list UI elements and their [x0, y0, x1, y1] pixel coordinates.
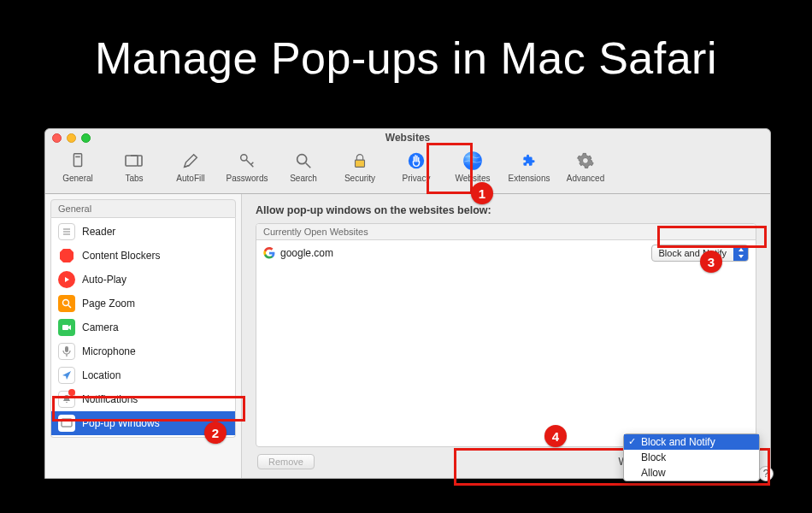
svg-marker-22 [738, 248, 744, 251]
svg-rect-2 [126, 156, 138, 166]
svg-rect-7 [356, 160, 365, 167]
camera-icon [58, 319, 75, 336]
sidebar-item-label: Reader [82, 226, 115, 238]
sidebar-list: Reader Content Blockers Auto-Play Page Z… [50, 218, 236, 438]
sidebar: General Reader Content Blockers Auto-Pla… [45, 194, 242, 478]
pencil-icon [179, 149, 203, 173]
svg-rect-0 [74, 154, 81, 167]
tab-tabs[interactable]: Tabs [110, 149, 158, 183]
sidebar-item-label: Microphone [82, 345, 136, 357]
sidebar-item-notifications[interactable]: Notifications [51, 387, 235, 411]
main-content: Allow pop-up windows on the websites bel… [242, 194, 770, 478]
tab-label: Search [290, 174, 317, 183]
gear-icon [574, 149, 597, 173]
dropdown-option[interactable]: Allow [624, 465, 759, 481]
sidebar-item-content-blockers[interactable]: Content Blockers [51, 244, 235, 268]
general-icon [66, 149, 90, 173]
chevron-updown-icon [733, 245, 748, 261]
table-row[interactable]: google.com Block and Notify [256, 240, 756, 266]
sidebar-item-location[interactable]: Location [51, 363, 235, 387]
sidebar-item-label: Location [82, 369, 121, 381]
tabs-icon [122, 149, 146, 173]
tab-label: Passwords [227, 174, 268, 183]
globe-icon [461, 149, 485, 173]
lock-icon [348, 149, 372, 173]
table-header: Currently Open Websites [256, 224, 756, 240]
svg-line-6 [306, 163, 311, 168]
close-button[interactable] [52, 133, 62, 143]
svg-marker-13 [60, 249, 74, 262]
minimize-button[interactable] [67, 133, 76, 143]
svg-point-5 [297, 155, 307, 164]
tab-passwords[interactable]: Passwords [223, 149, 271, 183]
window-titlebar: Websites [45, 129, 770, 146]
tab-label: Extensions [509, 174, 550, 183]
row-site: google.com [280, 247, 333, 259]
hand-icon [404, 149, 428, 173]
tab-search[interactable]: Search [279, 149, 327, 183]
search-icon [291, 149, 315, 173]
svg-point-9 [463, 151, 482, 170]
dropdown-option[interactable]: Block [624, 450, 759, 465]
preferences-window: Websites General Tabs AutoFill Passwords… [44, 128, 771, 479]
sidebar-item-reader[interactable]: Reader [51, 220, 235, 244]
sidebar-item-microphone[interactable]: Microphone [51, 339, 235, 363]
sidebar-item-label: Pop-up Windows [82, 417, 160, 429]
tab-privacy[interactable]: Privacy [392, 149, 440, 183]
tab-label: Websites [456, 174, 491, 183]
location-icon [58, 367, 75, 384]
tab-extensions[interactable]: Extensions [505, 149, 553, 183]
reader-icon [58, 223, 75, 240]
sidebar-group-label: General [50, 199, 236, 218]
main-heading: Allow pop-up windows on the websites bel… [256, 204, 756, 216]
tab-label: Security [344, 174, 375, 183]
tab-advanced[interactable]: Advanced [562, 149, 609, 183]
svg-rect-19 [65, 346, 68, 352]
google-favicon-icon [263, 247, 275, 259]
other-websites-dropdown[interactable]: Block and Notify Block Allow [623, 433, 760, 481]
tab-label: General [62, 174, 93, 183]
tab-general[interactable]: General [54, 149, 102, 183]
puzzle-icon [517, 149, 541, 173]
tab-label: Tabs [125, 174, 143, 183]
tab-label: AutoFill [176, 174, 204, 183]
sidebar-item-page-zoom[interactable]: Page Zoom [51, 292, 235, 315]
tab-security[interactable]: Security [336, 149, 384, 183]
bottom-bar: Remove When visiting other websites: Blo… [256, 447, 756, 469]
window-body: General Reader Content Blockers Auto-Pla… [45, 194, 770, 478]
svg-rect-20 [62, 419, 72, 427]
tab-label: Advanced [567, 174, 604, 183]
svg-line-16 [68, 305, 71, 308]
help-button[interactable]: ? [758, 466, 774, 481]
dropdown-option[interactable]: Block and Notify [624, 434, 759, 450]
tab-autofill[interactable]: AutoFill [167, 149, 215, 183]
svg-rect-17 [62, 325, 68, 330]
notification-badge-icon [68, 389, 75, 396]
sidebar-item-auto-play[interactable]: Auto-Play [51, 268, 235, 292]
tab-websites[interactable]: Websites [449, 149, 497, 183]
key-icon [235, 149, 259, 173]
zoom-icon [58, 295, 75, 312]
select-value: Block and Notify [659, 248, 727, 258]
window-title: Websites [385, 132, 430, 144]
zoom-button[interactable] [81, 133, 91, 143]
row-setting-select[interactable]: Block and Notify [651, 245, 749, 262]
tab-label: Privacy [403, 174, 431, 183]
svg-marker-18 [68, 325, 71, 330]
svg-point-4 [241, 155, 247, 161]
sidebar-item-popup-windows[interactable]: Pop-up Windows [51, 411, 235, 435]
sidebar-item-label: Notifications [82, 393, 138, 405]
play-icon [58, 271, 75, 288]
sidebar-item-camera[interactable]: Camera [51, 315, 235, 339]
sidebar-item-label: Page Zoom [82, 298, 135, 310]
svg-point-15 [63, 300, 69, 306]
sidebar-item-label: Camera [82, 321, 119, 333]
remove-button[interactable]: Remove [257, 454, 315, 469]
svg-marker-14 [65, 277, 69, 282]
microphone-icon [58, 343, 75, 360]
slide-title: Manage Pop-ups in Mac Safari [0, 0, 812, 99]
websites-table: Currently Open Websites google.com Block… [256, 223, 756, 447]
svg-marker-23 [738, 255, 744, 258]
sidebar-item-label: Auto-Play [82, 274, 127, 286]
stop-icon [58, 247, 75, 264]
